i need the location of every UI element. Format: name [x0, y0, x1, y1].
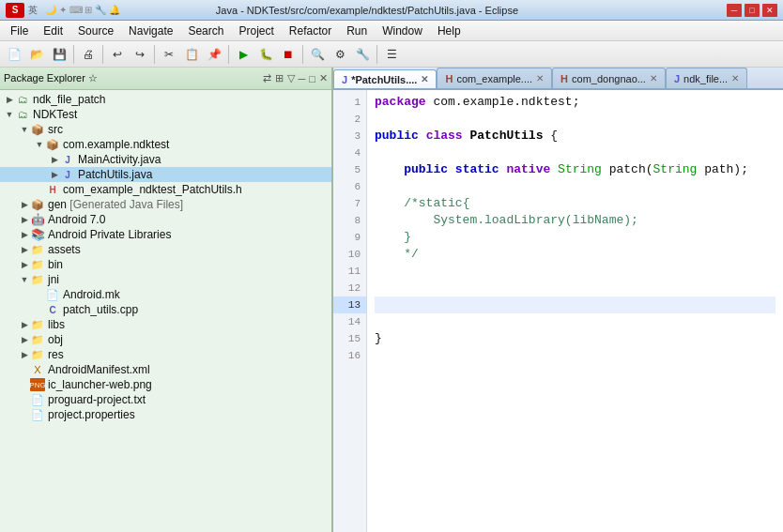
tree-item-jni[interactable]: ▼ 📁 jni — [0, 272, 331, 287]
close-button[interactable]: ✕ — [762, 4, 777, 17]
package-explorer-title: Package Explorer ☆ — [4, 72, 259, 84]
tb-perspective[interactable]: ☰ — [381, 44, 402, 65]
label-ndk-file-patch: ndk_file_patch — [33, 93, 105, 106]
line-num-8: 8 — [333, 212, 366, 229]
tree-item-src[interactable]: ▼ 📦 src — [0, 122, 331, 137]
tree-item-patch-utils-cpp[interactable]: C patch_utils.cpp — [0, 302, 331, 317]
tb-run[interactable]: ▶ — [233, 44, 253, 65]
tb-sep4 — [228, 45, 229, 64]
tab-patchutils-close[interactable]: ✕ — [421, 74, 428, 84]
panel-min-icon[interactable]: ─ — [299, 73, 306, 84]
menu-bar: File Edit Source Navigate Search Project… — [0, 21, 783, 41]
code-line-11 — [375, 263, 775, 280]
arrow-proguard — [19, 394, 30, 405]
panel-new-icon[interactable]: ⊞ — [275, 72, 284, 84]
arrow-res: ▶ — [19, 349, 30, 360]
tree-item-bin[interactable]: ▶ 📁 bin — [0, 257, 331, 272]
tree-item-android-mk[interactable]: 📄 Android.mk — [0, 287, 331, 302]
tb-paste[interactable]: 📌 — [204, 44, 224, 65]
label-gen: gen [Generated Java Files] — [48, 198, 183, 211]
editor-area: 1 2 3 4 5 6 7 8 9 10 11 12 13 14 15 16 p… — [333, 90, 783, 532]
menu-refactor[interactable]: Refactor — [283, 23, 338, 39]
line-num-7: 7 — [333, 195, 366, 212]
code-line-2 — [375, 111, 775, 128]
titlebar-controls[interactable]: ─ □ ✕ — [727, 4, 777, 17]
panel-max-icon[interactable]: □ — [309, 73, 315, 84]
tb-search[interactable]: 🔍 — [307, 44, 328, 65]
tree-item-ic-launcher[interactable]: PNG ic_launcher-web.png — [0, 377, 331, 392]
menu-file[interactable]: File — [4, 23, 35, 39]
tree-item-ndk-file-patch[interactable]: ▶ 🗂 ndk_file_patch — [0, 92, 331, 107]
tab-com-dongnao[interactable]: H com_dongnao... ✕ — [552, 68, 666, 88]
icon-bin: 📁 — [30, 258, 45, 271]
line-num-1: 1 — [333, 94, 366, 111]
tb-undo[interactable]: ↩ — [107, 44, 128, 65]
tb-open[interactable]: 📂 — [26, 44, 47, 65]
tb-new[interactable]: 📄 — [4, 44, 24, 65]
tb-sep1 — [73, 45, 74, 64]
line-numbers: 1 2 3 4 5 6 7 8 9 10 11 12 13 14 15 16 — [333, 90, 367, 532]
code-area[interactable]: package com.example.ndktest; public clas… — [367, 90, 783, 532]
tb-redo[interactable]: ↪ — [130, 44, 150, 65]
tree-item-assets[interactable]: ▶ 📁 assets — [0, 242, 331, 257]
panel-close-icon[interactable]: ✕ — [319, 72, 328, 84]
tree-item-androidmanifest[interactable]: X AndroidManifest.xml — [0, 362, 331, 377]
line-num-10: 10 — [333, 246, 366, 263]
tree-item-androidprivate[interactable]: ▶ 📚 Android Private Libraries — [0, 227, 331, 242]
tree-item-ndktest[interactable]: ▼ 🗂 NDKTest — [0, 107, 331, 122]
tree-item-android70[interactable]: ▶ 🤖 Android 7.0 — [0, 212, 331, 227]
tab-com-dongnao-close[interactable]: ✕ — [650, 73, 657, 84]
label-jni: jni — [48, 273, 59, 286]
icon-jni: 📁 — [30, 273, 45, 286]
menu-run[interactable]: Run — [340, 23, 374, 39]
tb-debug[interactable]: 🐛 — [255, 44, 276, 65]
tab-ndk-file-close[interactable]: ✕ — [731, 73, 739, 84]
tab-patchutils[interactable]: J *PatchUtils.... ✕ — [333, 69, 437, 90]
tb-ref1[interactable]: ⚙ — [330, 44, 350, 65]
tree-item-patchutils[interactable]: ▶ J PatchUtils.java — [0, 167, 331, 182]
tb-save[interactable]: 💾 — [49, 44, 69, 65]
line-num-3: 3 — [333, 128, 366, 144]
menu-search[interactable]: Search — [181, 23, 230, 39]
tree-item-com-example[interactable]: ▼ 📦 com.example.ndktest — [0, 137, 331, 152]
label-android70: Android 7.0 — [48, 213, 105, 226]
tree-item-project-properties[interactable]: 📄 project.properties — [0, 407, 331, 422]
tab-patchutils-icon: J — [342, 74, 347, 85]
menu-source[interactable]: Source — [71, 23, 120, 39]
title-bar: S 英 🌙 ✦ ⌨ ⊞ 🔧 🔔 Java - NDKTest/src/com/e… — [0, 0, 783, 21]
panel-menu-icon[interactable]: ▽ — [287, 72, 295, 84]
tree-item-obj[interactable]: ▶ 📁 obj — [0, 332, 331, 347]
code-line-13 — [375, 296, 775, 313]
tree-item-res[interactable]: ▶ 📁 res — [0, 347, 331, 362]
menu-navigate[interactable]: Navigate — [122, 23, 179, 39]
tab-com-example-close[interactable]: ✕ — [536, 73, 544, 84]
arrow-patch-utils-cpp — [34, 304, 45, 315]
tree-item-gen[interactable]: ▶ 📦 gen [Generated Java Files] — [0, 197, 331, 212]
line-num-5: 5 — [333, 161, 366, 178]
panel-header: Package Explorer ☆ ⇄ ⊞ ▽ ─ □ ✕ — [0, 68, 331, 90]
menu-window[interactable]: Window — [376, 23, 429, 39]
menu-project[interactable]: Project — [232, 23, 280, 39]
menu-edit[interactable]: Edit — [37, 23, 69, 39]
code-line-1: package com.example.ndktest; — [375, 94, 775, 111]
icon-assets: 📁 — [30, 243, 45, 256]
tree-item-h-file[interactable]: H com_example_ndktest_PatchUtils.h — [0, 182, 331, 197]
tree-item-proguard[interactable]: 📄 proguard-project.txt — [0, 392, 331, 407]
minimize-button[interactable]: ─ — [727, 4, 742, 17]
tree-item-mainactivity[interactable]: ▶ J MainActivity.java — [0, 152, 331, 167]
tab-com-example[interactable]: H com_example.... ✕ — [437, 68, 552, 88]
tab-ndk-file[interactable]: J ndk_file... ✕ — [666, 68, 747, 88]
panel-sync-icon[interactable]: ⇄ — [263, 72, 271, 84]
tree-item-libs[interactable]: ▶ 📁 libs — [0, 317, 331, 332]
tb-ref2[interactable]: 🔧 — [352, 44, 373, 65]
line-num-14: 14 — [333, 313, 366, 330]
tb-cut[interactable]: ✂ — [159, 44, 179, 65]
arrow-androidprivate: ▶ — [19, 229, 30, 240]
code-line-9: } — [375, 229, 775, 246]
label-com-example: com.example.ndktest — [63, 138, 169, 151]
menu-help[interactable]: Help — [431, 23, 468, 39]
tb-copy[interactable]: 📋 — [181, 44, 202, 65]
tb-stop[interactable]: ⏹ — [278, 44, 299, 65]
maximize-button[interactable]: □ — [745, 4, 760, 17]
tb-print[interactable]: 🖨 — [78, 44, 99, 65]
